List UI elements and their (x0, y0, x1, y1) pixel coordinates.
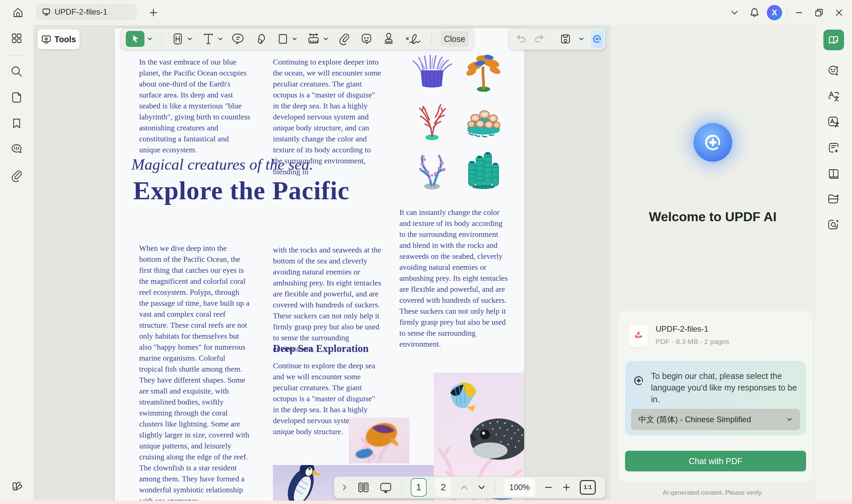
ai-summarize-button[interactable] (824, 139, 843, 157)
stamp-tool[interactable] (382, 32, 395, 46)
previous-page-button[interactable] (460, 483, 468, 492)
new-tab-button[interactable] (148, 7, 159, 18)
undo-button[interactable] (515, 33, 527, 45)
zoom-level-box[interactable]: 100% (504, 479, 535, 496)
chevron-down-icon (729, 8, 740, 18)
ai-book-icon (828, 34, 840, 46)
ai-tools-strip (815, 25, 852, 504)
coral-figure-grid (408, 48, 508, 191)
chevron-down-icon (292, 36, 297, 41)
file-meta: PDF · 8.3 MB · 2 pages (656, 338, 729, 346)
ai-translate-button[interactable] (824, 88, 843, 106)
editing-toolbar: Close (121, 28, 474, 50)
presentation-icon (379, 480, 393, 494)
chevron-down-icon (323, 36, 329, 41)
chat-with-pdf-button[interactable]: Chat with PDF (625, 451, 806, 471)
account-button[interactable]: X (764, 3, 784, 23)
minus-icon (544, 483, 553, 492)
actual-size-button[interactable]: 1:1 (580, 480, 596, 495)
header-icon (171, 32, 184, 46)
folder-sparkle-icon (827, 192, 841, 206)
minimize-button[interactable] (789, 3, 809, 23)
sidebar-item-swatches[interactable] (7, 477, 26, 496)
zoom-out-button[interactable] (544, 483, 553, 492)
text-icon (202, 32, 215, 46)
close-toolbar-button[interactable]: Close (441, 31, 468, 47)
sidebar-item-bookmarks[interactable] (7, 114, 26, 133)
doc-heading-deep-sea: Deep Sea Exploration (273, 343, 369, 355)
cursor-icon (130, 34, 140, 44)
tools-button[interactable]: Tools (38, 29, 79, 49)
document-tab[interactable]: UPDF-2-files-1 (36, 4, 137, 20)
toolbar-divider (402, 481, 402, 493)
next-page-button[interactable] (477, 483, 486, 492)
tab-title: UPDF-2-files-1 (55, 7, 107, 17)
redo-button[interactable] (533, 33, 546, 45)
chevron-down-icon (187, 36, 192, 41)
reading-mode-button[interactable] (824, 165, 843, 183)
header-tool[interactable] (171, 32, 192, 46)
text-tool[interactable] (202, 32, 223, 46)
translate-icon (827, 90, 841, 104)
chevron-down-icon (579, 36, 584, 41)
zoom-in-button[interactable] (562, 483, 571, 492)
avatar: X (767, 5, 782, 20)
chat-sparkle-icon (827, 64, 841, 78)
page-icon (10, 91, 23, 104)
ai-organize-button[interactable] (824, 190, 843, 209)
tools-icon (41, 34, 51, 44)
shape-tool[interactable] (277, 33, 297, 45)
page-layout-button[interactable] (357, 481, 370, 494)
save-button[interactable] (559, 32, 572, 46)
sidebar-item-search[interactable] (7, 62, 26, 81)
pen-icon (254, 32, 268, 46)
ai-panel: Welcome to UPDF AI UPDF-2-files-1 (611, 25, 815, 504)
ai-message-icon (631, 373, 646, 388)
mushroom-coral-dome-image (459, 97, 508, 143)
paperclip-icon (337, 32, 351, 46)
sticker-tool[interactable] (360, 32, 373, 46)
measure-tool[interactable] (306, 32, 329, 46)
page-thumbnail-2[interactable]: 2 (435, 478, 451, 497)
signature-tool[interactable] (404, 32, 422, 46)
document-tab-icon (42, 8, 51, 16)
sidebar-item-thumbnails[interactable] (7, 29, 26, 48)
ai-chat-button[interactable] (824, 61, 843, 80)
language-dropdown[interactable]: 中文 (简体) - Chinese Simplified (631, 409, 800, 430)
restore-button[interactable] (809, 3, 829, 23)
save-options-button[interactable] (579, 36, 584, 41)
doc-paragraph-3: It can instantly change the color and te… (400, 207, 508, 349)
ai-disclaimer: AI-generated content. Please verify. (611, 489, 815, 496)
ai-assistant-button[interactable] (591, 30, 603, 48)
palette-icon (10, 480, 23, 493)
select-tool[interactable] (126, 31, 153, 47)
title-bar: UPDF-2-files-1 X (0, 0, 852, 25)
doc-paragraph-1: In the vast embrace of our blue planet, … (139, 57, 250, 155)
ai-image-translate-button[interactable] (824, 113, 843, 131)
ai-search-button[interactable] (824, 215, 843, 234)
toolbar-divider (431, 33, 432, 45)
expand-bar-button[interactable] (341, 484, 348, 491)
home-button[interactable] (9, 4, 26, 21)
close-window-button[interactable] (829, 3, 849, 23)
pen-tool[interactable] (254, 32, 268, 46)
file-name: UPDF-2-files-1 (656, 324, 729, 334)
sidebar-item-pages[interactable] (7, 88, 26, 107)
pdf-page[interactable]: In the vast embrace of our blue planet, … (115, 28, 524, 504)
book-icon (827, 167, 841, 181)
ruler-icon (306, 32, 320, 46)
page-thumbnail-1[interactable]: 1 (411, 478, 427, 497)
presentation-button[interactable] (379, 480, 393, 494)
updf-ai-logo (694, 123, 732, 162)
ai-message-bubble: To begin our chat, please select the lan… (625, 361, 806, 435)
signature-icon (404, 32, 422, 46)
ai-read-assistant-button[interactable] (823, 30, 844, 50)
sidebar-item-attachments[interactable] (7, 166, 26, 185)
comment-tool[interactable] (232, 32, 245, 46)
attachment-tool[interactable] (337, 32, 351, 46)
sidebar-item-comments[interactable] (7, 140, 26, 159)
menu-collapse-button[interactable] (725, 3, 745, 23)
two-page-view-icon (357, 481, 370, 494)
redo-icon (533, 33, 546, 45)
notifications-button[interactable] (745, 3, 764, 23)
